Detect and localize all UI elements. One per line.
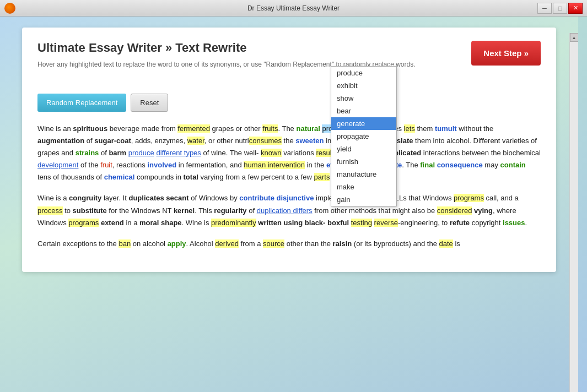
word-programs2[interactable]: programs [68, 219, 99, 227]
word-consumes[interactable]: consumes [249, 137, 282, 145]
word-different-types[interactable]: different types [156, 149, 201, 157]
word-consequence[interactable]: consequence [437, 161, 483, 169]
word-sugar-coat[interactable]: sugar-coat [94, 137, 131, 145]
header-row: Ultimate Essay Writer » Text Rewrite Hov… [37, 41, 541, 83]
word-final[interactable]: final [420, 161, 435, 169]
word-kernel[interactable]: kernel [174, 206, 195, 215]
word-predominantly[interactable]: predominantly [211, 219, 256, 227]
app-logo [4, 3, 15, 14]
word-fruit[interactable]: fruit [100, 161, 112, 169]
dropdown-item-furnish[interactable]: furnish [331, 155, 396, 168]
maximize-button[interactable]: □ [553, 3, 567, 14]
word-fermented[interactable]: fermented [177, 124, 210, 133]
word-reverse[interactable]: reverse [374, 219, 398, 227]
word-issues[interactable]: issues [503, 219, 525, 227]
word-human-intervention[interactable]: human intervention [244, 161, 305, 169]
essay-paragraph-3: Certain exceptions to the ban on alcohol… [37, 238, 541, 250]
word-ban[interactable]: ban [119, 239, 131, 248]
word-testing[interactable]: testing [351, 219, 372, 227]
next-step-button[interactable]: Next Step » [471, 41, 541, 66]
word-apply[interactable]: apply [168, 239, 186, 248]
word-water[interactable]: water [187, 137, 204, 145]
word-sweeten[interactable]: sweeten [295, 137, 324, 145]
word-process[interactable]: process [37, 206, 63, 215]
scroll-up-button[interactable]: ▲ [570, 33, 579, 42]
word-refute[interactable]: refute [450, 219, 470, 227]
word-parts[interactable]: parts [314, 173, 330, 181]
dropdown-item-propagate[interactable]: propagate [331, 130, 396, 143]
word-natural[interactable]: natural [296, 124, 320, 133]
content-card: Ultimate Essay Writer » Text Rewrite Hov… [22, 28, 556, 272]
title-bar: Dr Essay Ultimate Essay Writer ─ □ ✕ [0, 0, 587, 17]
word-derived[interactable]: derived [215, 239, 239, 248]
dropdown-item-yield[interactable]: yield [331, 143, 396, 155]
window-controls: ─ □ ✕ [537, 3, 583, 14]
reset-button[interactable]: Reset [131, 94, 168, 112]
essay-content: Wine is an spirituous beverage made from… [37, 123, 541, 250]
dropdown-item-show[interactable]: show [331, 92, 396, 105]
word-tumult[interactable]: tumult [435, 124, 457, 133]
close-button[interactable]: ✕ [568, 3, 583, 14]
word-known[interactable]: known [261, 149, 282, 157]
word-produce-link[interactable]: produce [128, 149, 154, 157]
main-window: ▲ ▼ Ultimate Essay Writer » Text Rewrite… [0, 17, 578, 392]
word-black-boxful[interactable]: black- boxful [305, 219, 349, 227]
word-development[interactable]: development [37, 161, 78, 169]
essay-paragraph-1: Wine is an spirituous beverage made from… [37, 123, 541, 183]
dropdown-item-manufacture[interactable]: manufacture [331, 168, 396, 181]
word-programs[interactable]: programs [454, 194, 484, 202]
word-regularity[interactable]: regularity [214, 206, 246, 215]
word-extend[interactable]: extend [101, 219, 124, 227]
word-spirituous[interactable]: spirituous [73, 124, 107, 133]
page-title: Ultimate Essay Writer » Text Rewrite [37, 41, 416, 55]
word-augmentation[interactable]: augmentation [37, 137, 84, 145]
word-moral-shape[interactable]: moral shape [139, 219, 182, 227]
synonym-dropdown[interactable]: produce exhibit show bear generate propa… [331, 66, 397, 206]
essay-paragraph-2: Wine is a congruity layer. It duplicates… [37, 192, 541, 228]
word-congruity[interactable]: congruity [69, 194, 101, 202]
action-buttons-row: Random Replacement Reset [37, 94, 541, 112]
word-source[interactable]: source [263, 239, 284, 248]
word-barm[interactable]: barm [109, 149, 126, 157]
scrollbar: ▲ ▼ [569, 33, 578, 392]
word-contain[interactable]: contain [500, 161, 526, 169]
minimize-button[interactable]: ─ [537, 3, 552, 14]
word-date[interactable]: date [439, 239, 453, 248]
word-contribute-disjunctive[interactable]: contribute disjunctive [239, 194, 314, 202]
word-lets[interactable]: lets [404, 124, 415, 133]
dropdown-item-make[interactable]: make [331, 181, 396, 193]
word-duplicates-secant[interactable]: duplicates secant [128, 194, 189, 202]
word-duplication-differs[interactable]: duplication differs [257, 206, 313, 215]
dropdown-item-gain[interactable]: gain [331, 193, 396, 206]
random-replacement-button[interactable]: Random Replacement [37, 94, 126, 112]
dropdown-item-generate[interactable]: generate [331, 117, 396, 130]
word-written-using[interactable]: written using [258, 219, 303, 227]
word-strains[interactable]: strains [76, 149, 99, 157]
word-involved[interactable]: involved [147, 161, 176, 169]
dropdown-item-produce[interactable]: produce [331, 67, 396, 79]
window-title: Dr Essay Ultimate Essay Writer [247, 4, 340, 12]
word-substitute[interactable]: substitute [73, 206, 107, 215]
word-chemical[interactable]: chemical [104, 173, 135, 181]
word-total[interactable]: total [184, 173, 198, 181]
dropdown-item-bear[interactable]: bear [331, 105, 396, 117]
word-considered[interactable]: considered [437, 206, 472, 215]
dropdown-item-exhibit[interactable]: exhibit [331, 79, 396, 92]
word-fruits[interactable]: fruits [262, 124, 278, 133]
word-vying[interactable]: vying [474, 206, 493, 215]
word-raisin[interactable]: raisin [333, 239, 352, 248]
